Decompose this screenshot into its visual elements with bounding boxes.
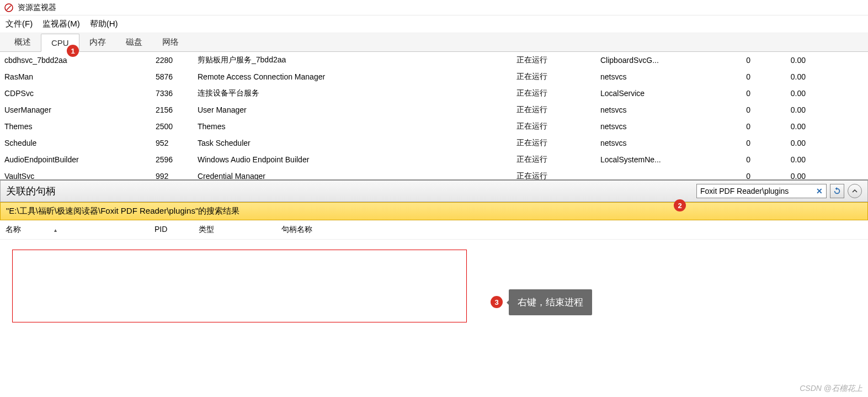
cell-desc: Credential Manager: [198, 172, 516, 180]
menu-monitor[interactable]: 监视器(M): [42, 19, 80, 29]
cell-threads: 0: [721, 122, 756, 131]
badge-3: 3: [491, 296, 503, 308]
tab-bar: 概述 CPU 内存 磁盘 网络: [0, 33, 868, 52]
tab-overview[interactable]: 概述: [4, 33, 41, 51]
app-icon: [4, 3, 13, 12]
handles-search[interactable]: ✕: [696, 184, 827, 198]
table-row[interactable]: RasMan5876Remote Access Connection Manag…: [0, 68, 868, 85]
cell-pid: 992: [153, 172, 198, 180]
cell-status: 正在运行: [516, 88, 600, 98]
cell-desc: 剪贴板用户服务_7bdd2aa: [198, 55, 516, 65]
cell-desc: Remote Access Connection Manager: [198, 72, 516, 81]
cell-pid: 2280: [153, 56, 198, 65]
cell-status: 正在运行: [516, 105, 600, 115]
handles-controls: ✕: [696, 184, 862, 198]
collapse-button[interactable]: [848, 184, 862, 198]
menu-help[interactable]: 帮助(H): [90, 19, 118, 29]
cell-pid: 952: [153, 139, 198, 147]
cell-desc: Task Scheduler: [198, 139, 516, 147]
table-row[interactable]: UserManager2156User Manager正在运行netsvcs00…: [0, 102, 868, 118]
cell-status: 正在运行: [516, 121, 600, 131]
results-area[interactable]: [0, 240, 868, 382]
cell-threads: 0: [721, 155, 756, 164]
cell-desc: 连接设备平台服务: [198, 88, 516, 98]
cell-threads: 0: [721, 172, 756, 180]
cell-desc: Windows Audio Endpoint Builder: [198, 155, 516, 164]
search-input[interactable]: [699, 186, 815, 197]
search-banner: "E:\工具\福昕\极速阅读器\Foxit PDF Reader\plugins…: [0, 202, 868, 220]
cell-pid: 7336: [153, 89, 198, 98]
table-row[interactable]: AudioEndpointBuilder2596Windows Audio En…: [0, 151, 868, 168]
cell-pid: 2500: [153, 122, 198, 131]
cell-threads: 0: [721, 89, 756, 98]
cell-threads: 0: [721, 139, 756, 147]
col-pid[interactable]: PID: [155, 225, 199, 235]
cell-cpu: 0.00: [756, 139, 811, 147]
cell-group: netsvcs: [600, 72, 721, 81]
cell-name: AudioEndpointBuilder: [4, 155, 153, 164]
cell-cpu: 0.00: [756, 155, 811, 164]
title-bar: 资源监视器: [0, 0, 868, 15]
col-name[interactable]: 名称▴: [6, 225, 155, 235]
cell-name: UserManager: [4, 105, 153, 114]
menu-bar: 文件(F) 监视器(M) 帮助(H): [0, 15, 868, 33]
cell-group: netsvcs: [600, 139, 721, 147]
handles-title: 关联的句柄: [6, 184, 56, 198]
watermark: CSDN @石榴花上: [800, 384, 862, 394]
clear-icon[interactable]: ✕: [815, 187, 824, 195]
cell-threads: 0: [721, 105, 756, 114]
cell-cpu: 0.00: [756, 122, 811, 131]
cell-cpu: 0.00: [756, 105, 811, 114]
table-row[interactable]: cbdhsvc_7bdd2aa2280剪贴板用户服务_7bdd2aa正在运行Cl…: [0, 52, 868, 68]
cell-desc: Themes: [198, 122, 516, 131]
refresh-button[interactable]: [830, 184, 844, 198]
cell-group: netsvcs: [600, 122, 721, 131]
table-row[interactable]: CDPSvc7336连接设备平台服务正在运行LocalService00.00: [0, 85, 868, 102]
cell-pid: 5876: [153, 72, 198, 81]
cell-group: LocalSystemNe...: [600, 155, 721, 164]
cell-cpu: 0.00: [756, 72, 811, 81]
tab-memory[interactable]: 内存: [79, 33, 116, 51]
cell-group: LocalService: [600, 89, 721, 98]
cell-name: cbdhsvc_7bdd2aa: [4, 56, 153, 65]
cell-pid: 2156: [153, 105, 198, 114]
cell-pid: 2596: [153, 155, 198, 164]
handles-header: 关联的句柄 ✕: [0, 180, 868, 202]
sort-asc-icon: ▴: [54, 227, 57, 233]
cell-threads: 0: [721, 72, 756, 81]
table-row[interactable]: Themes2500Themes正在运行netsvcs00.00: [0, 118, 868, 135]
cell-cpu: 0.00: [756, 56, 811, 65]
cell-group: ClipboardSvcG...: [600, 56, 721, 65]
cell-threads: 0: [721, 56, 756, 65]
results-columns[interactable]: 名称▴ PID 类型 句柄名称: [0, 220, 868, 240]
col-handle-name[interactable]: 句柄名称: [281, 225, 862, 235]
col-type[interactable]: 类型: [199, 225, 281, 235]
cell-status: 正在运行: [516, 72, 600, 82]
cell-name: Themes: [4, 122, 153, 131]
svg-line-1: [7, 6, 11, 10]
tooltip: 右键，结束进程: [509, 289, 592, 315]
table-row[interactable]: Schedule952Task Scheduler正在运行netsvcs00.0…: [0, 135, 868, 151]
cell-status: 正在运行: [516, 55, 600, 65]
menu-file[interactable]: 文件(F): [6, 19, 33, 29]
cell-status: 正在运行: [516, 138, 600, 148]
cell-status: 正在运行: [516, 155, 600, 165]
table-row[interactable]: VaultSvc992Credential Manager正在运行00.00: [0, 168, 868, 180]
highlight-box: [12, 250, 467, 322]
tab-disk[interactable]: 磁盘: [116, 33, 152, 51]
cell-status: 正在运行: [516, 171, 600, 180]
cell-name: VaultSvc: [4, 172, 153, 180]
cell-cpu: 0.00: [756, 89, 811, 98]
badge-2: 2: [674, 199, 686, 211]
cell-desc: User Manager: [198, 105, 516, 114]
tab-network[interactable]: 网络: [152, 33, 189, 51]
cell-cpu: 0.00: [756, 172, 811, 180]
window-title: 资源监视器: [18, 3, 56, 13]
process-table[interactable]: cbdhsvc_7bdd2aa2280剪贴板用户服务_7bdd2aa正在运行Cl…: [0, 52, 868, 180]
cell-name: Schedule: [4, 139, 153, 147]
cell-group: netsvcs: [600, 105, 721, 114]
cell-name: RasMan: [4, 72, 153, 81]
cell-name: CDPSvc: [4, 89, 153, 98]
badge-1: 1: [67, 45, 79, 57]
